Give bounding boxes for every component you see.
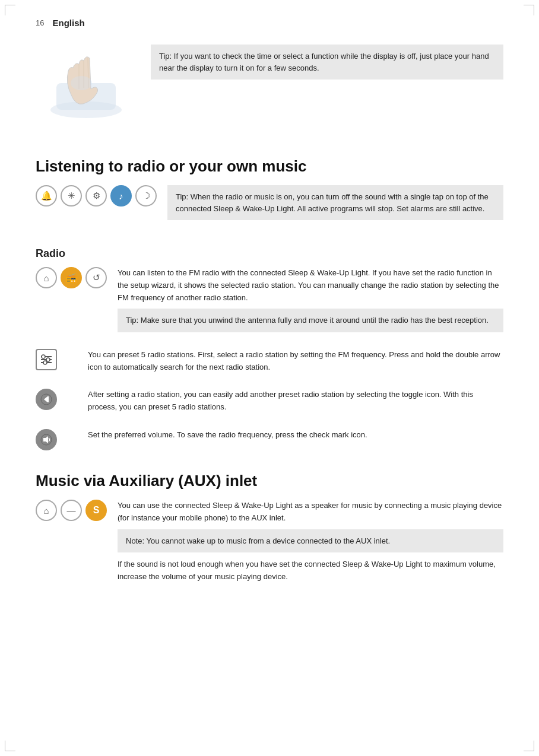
radio-row4-icons: [36, 429, 77, 450]
page-header: 16 English: [36, 18, 503, 28]
corner-mark-tl: [5, 5, 15, 15]
equalizer-icon: [36, 349, 57, 370]
tip-box-top-text: Tip: If you want to check the time or se…: [159, 52, 489, 72]
radio-body2: You can preset 5 radio stations. First, …: [88, 349, 503, 374]
toggle-svg: [40, 393, 52, 405]
radio-row2-icons: [36, 349, 77, 370]
toggle-icon: [36, 389, 57, 410]
radio-row1-text: You can listen to the FM radio with the …: [118, 267, 503, 338]
radio-row2: You can preset 5 radio stations. First, …: [36, 349, 503, 379]
radio-row3-icons: [36, 389, 77, 410]
radio-row3: After setting a radio station, you can e…: [36, 389, 503, 418]
section-heading-radio-music: Listening to radio or your own music: [36, 157, 503, 176]
aux-body2: If the sound is not loud enough when you…: [118, 558, 503, 583]
svg-point-5: [71, 76, 92, 90]
radio-body3: After setting a radio station, you can e…: [88, 389, 503, 414]
radio-music-icons: 🔔 ✳ ⚙ ♪ ☽: [36, 185, 157, 211]
tip-box-top: Tip: If you want to check the time or se…: [151, 45, 503, 80]
corner-mark-bl: [5, 741, 15, 751]
radio-row1-icons: ⌂ 📻 ↺: [36, 267, 107, 293]
page-number: 16: [36, 18, 44, 27]
note-box-aux-text: Note: You cannot wake up to music from a…: [126, 536, 390, 545]
aux-row1-icons: ⌂ — S: [36, 500, 107, 526]
aux-home-icon: ⌂: [36, 500, 57, 521]
tip-box-radio-antenna-text: Tip: Make sure that you unwind the anten…: [126, 316, 489, 325]
aux-row1: ⌂ — S You can use the connected Sleep & …: [36, 500, 503, 588]
corner-mark-tr: [524, 5, 534, 15]
music-icon: ♪: [110, 185, 132, 207]
sleep-icon: ☽: [135, 185, 157, 207]
radio-music-tip-col: Tip: When the radio or music is on, you …: [167, 185, 503, 226]
aux-s-icon: S: [85, 500, 107, 521]
aux-minus-icon: —: [61, 500, 82, 521]
equalizer-svg: [40, 354, 53, 366]
volume-icon: [36, 429, 57, 450]
radio-row3-text: After setting a radio station, you can e…: [88, 389, 503, 418]
home-icon: ⌂: [36, 267, 57, 288]
note-box-aux: Note: You cannot wake up to music from a…: [118, 529, 503, 553]
radio-row1: ⌂ 📻 ↺ You can listen to the FM radio wit…: [36, 267, 503, 338]
sub-heading-radio: Radio: [36, 247, 503, 260]
page-language: English: [52, 18, 84, 28]
refresh-icon: ↺: [85, 267, 107, 288]
bell-icon: 🔔: [36, 185, 57, 207]
volume-svg: [40, 434, 52, 446]
radio-body1: You can listen to the FM radio with the …: [118, 267, 503, 304]
radio-icon: 📻: [61, 267, 82, 288]
radio-body4: Set the preferred volume. To save the ra…: [88, 429, 503, 441]
tip-box-radio-music: Tip: When the radio or music is on, you …: [167, 185, 503, 220]
top-section: Tip: If you want to check the time or se…: [36, 39, 503, 134]
aux-body1: You can use the connected Sleep & Wake-U…: [118, 500, 503, 525]
svg-point-10: [46, 358, 50, 361]
hand-illustration: [39, 42, 134, 131]
section-aux: Music via Auxiliary (AUX) inlet ⌂ — S Yo…: [36, 472, 503, 588]
radio-row4-text: Set the preferred volume. To save the ra…: [88, 429, 503, 446]
sub-heading-aux: Music via Auxiliary (AUX) inlet: [36, 472, 503, 490]
radio-row1-icons-row: ⌂ 📻 ↺: [36, 267, 107, 288]
section-radio: Radio ⌂ 📻 ↺ You can listen to the FM rad…: [36, 247, 503, 450]
hand-image: [36, 39, 137, 134]
page-container: 16 English Tip: If you want to check: [0, 0, 539, 756]
radio-music-icons-row: 🔔 ✳ ⚙ ♪ ☽: [36, 185, 157, 207]
gear-icon: ⚙: [85, 185, 107, 207]
svg-point-9: [42, 355, 45, 358]
aux-row1-text: You can use the connected Sleep & Wake-U…: [118, 500, 503, 588]
radio-row2-text: You can preset 5 radio stations. First, …: [88, 349, 503, 379]
tip-box-radio-music-text: Tip: When the radio or music is on, you …: [176, 192, 489, 213]
corner-mark-br: [524, 741, 534, 751]
section-radio-music: Listening to radio or your own music 🔔 ✳…: [36, 157, 503, 226]
svg-point-11: [43, 361, 47, 364]
sun-icon: ✳: [61, 185, 82, 207]
aux-row1-icons-row: ⌂ — S: [36, 500, 107, 521]
radio-row4: Set the preferred volume. To save the ra…: [36, 429, 503, 450]
tip-box-radio-antenna: Tip: Make sure that you unwind the anten…: [118, 309, 503, 332]
radio-music-intro-row: 🔔 ✳ ⚙ ♪ ☽ Tip: When the radio or music i…: [36, 185, 503, 226]
